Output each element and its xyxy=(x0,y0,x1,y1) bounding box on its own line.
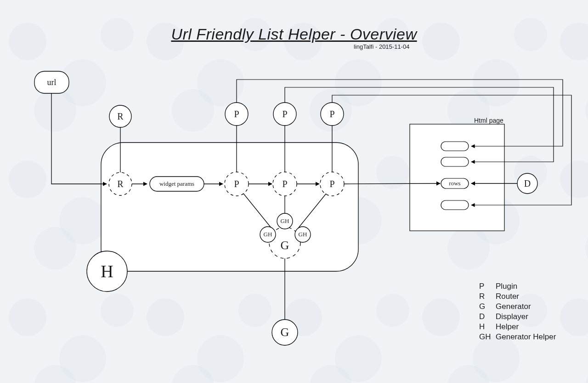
node-p-in3 xyxy=(320,172,344,196)
diagram-canvas: Url Friendly List Helper - Overview ling… xyxy=(0,0,588,383)
html-page-box xyxy=(410,124,504,231)
node-gh2 xyxy=(277,213,293,229)
node-p-in1 xyxy=(225,172,249,196)
legend-row: PPlugin xyxy=(479,281,556,292)
legend-row: RRouter xyxy=(479,292,556,302)
legend-row: GHGenerator Helper xyxy=(479,332,556,342)
node-r-top xyxy=(109,105,131,127)
node-p-top1 xyxy=(225,103,248,126)
node-g-bottom xyxy=(272,320,298,345)
node-widget-params xyxy=(150,177,204,191)
html-pill-1 xyxy=(441,142,469,151)
node-gh3 xyxy=(295,227,311,242)
node-d xyxy=(517,173,537,194)
node-gh1 xyxy=(260,227,276,242)
node-url xyxy=(34,71,69,93)
label-html-page: Html page xyxy=(474,117,503,124)
html-pill-4 xyxy=(441,200,469,210)
node-p-top2 xyxy=(273,103,296,126)
legend-row: HHelper xyxy=(479,322,556,332)
node-p-top3 xyxy=(321,103,344,126)
edge-url-to-r xyxy=(51,93,107,184)
html-pill-2 xyxy=(441,157,469,166)
legend: PPlugin RRouter GGenerator DDisplayer HH… xyxy=(479,281,556,342)
legend-row: GGenerator xyxy=(479,302,556,312)
html-pill-rows xyxy=(441,178,469,189)
helper-container xyxy=(101,143,358,271)
node-p-in2 xyxy=(273,172,297,196)
node-r-in xyxy=(109,172,132,195)
legend-row: DDisplayer xyxy=(479,312,556,322)
node-h xyxy=(87,251,127,292)
